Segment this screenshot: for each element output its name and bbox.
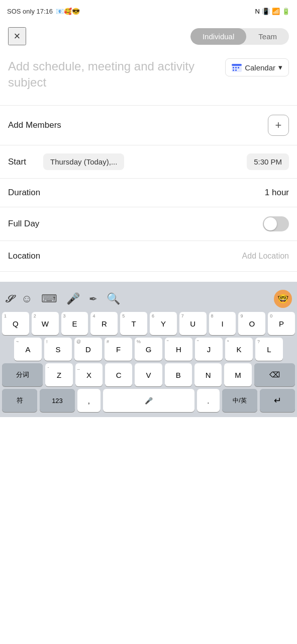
key-Y[interactable]: 6Y — [150, 312, 177, 335]
key-Z[interactable]: -Z — [45, 363, 72, 386]
toolbar-icons: 𝒮 ☺ ⌨ 🎤 ✒ 🔍 ⌄ — [5, 292, 292, 305]
pen-icon[interactable]: ✒ — [89, 293, 97, 305]
key-H[interactable]: "H — [165, 338, 192, 361]
top-bar: × Individual Team — [0, 22, 297, 50]
keyboard-row-1: 1Q 2W 3E 4R 5T 6Y 7U 8I 9O 0P — [0, 312, 297, 335]
individual-toggle[interactable]: Individual — [190, 28, 246, 45]
keyboard-toolbar: 𝒮 ☺ ⌨ 🎤 ✒ 🔍 ⌄ 🤓 — [0, 286, 297, 312]
key-Q[interactable]: 1Q — [2, 312, 29, 335]
spacer — [0, 272, 297, 282]
duration-row: Duration 1 hour — [0, 179, 297, 207]
start-row: Start Thursday (Today),... 5:30 PM — [0, 145, 297, 179]
key-C[interactable]: C — [105, 363, 132, 386]
status-left: SOS only 17:16 📧🥰😎 — [7, 8, 80, 15]
close-button[interactable]: × — [8, 27, 26, 45]
calendar-icon — [232, 63, 242, 72]
calendar-label: Calendar — [245, 63, 275, 72]
key-N[interactable]: N — [194, 363, 222, 386]
svg-rect-3 — [235, 67, 237, 68]
key-A[interactable]: ~A — [14, 338, 42, 361]
subject-input[interactable]: Add schedule, meeting and activity subje… — [8, 58, 225, 91]
start-label: Start — [8, 157, 38, 167]
svg-rect-6 — [235, 69, 237, 71]
key-fenci[interactable]: 分词 — [2, 363, 43, 386]
keyboard-area: 𝒮 ☺ ⌨ 🎤 ✒ 🔍 ⌄ 🤓 1Q 2W 3E 4R 5T 6Y 7U 8 — [0, 282, 297, 417]
key-123[interactable]: 123 — [40, 389, 75, 412]
members-section: Add Members + — [0, 106, 297, 145]
full-day-toggle[interactable] — [263, 216, 289, 231]
key-fu[interactable]: 符 — [2, 389, 37, 412]
key-F[interactable]: #F — [105, 338, 132, 361]
key-P[interactable]: 0P — [268, 312, 295, 335]
svg-rect-5 — [233, 69, 234, 71]
key-S[interactable]: !S — [44, 338, 72, 361]
svg-rect-1 — [232, 64, 242, 66]
key-period[interactable]: . — [197, 389, 220, 412]
vibrate-icon: 📳 — [262, 8, 270, 15]
members-label: Add Members — [8, 120, 61, 130]
start-time-chip[interactable]: 5:30 PM — [247, 153, 289, 170]
swiftkey-icon[interactable]: 𝒮 — [5, 293, 12, 305]
key-R[interactable]: 4R — [90, 312, 118, 335]
duration-label: Duration — [8, 188, 40, 198]
sos-time: SOS only 17:16 — [7, 8, 53, 15]
subject-area: Add schedule, meeting and activity subje… — [0, 50, 297, 106]
key-comma[interactable]: , — [77, 389, 101, 412]
key-M[interactable]: M — [224, 363, 251, 386]
mic-toolbar-icon[interactable]: 🎤 — [66, 292, 80, 305]
key-lang[interactable]: 中/英 — [222, 389, 257, 412]
key-U[interactable]: 7U — [179, 312, 207, 335]
add-members-button[interactable]: + — [268, 115, 289, 136]
team-toggle[interactable]: Team — [246, 28, 289, 45]
keyboard-wrapper: 1Q 2W 3E 4R 5T 6Y 7U 8I 9O 0P ~A !S @D #… — [0, 312, 297, 417]
keyboard-row-2: ~A !S @D #F %G "H "J *K ?L — [0, 338, 297, 361]
delete-key[interactable]: ⌫ — [254, 363, 295, 386]
space-key[interactable]: 🎤 — [103, 389, 194, 412]
full-day-row: Full Day — [0, 207, 297, 241]
key-D[interactable]: @D — [74, 338, 102, 361]
key-O[interactable]: 9O — [238, 312, 265, 335]
key-L[interactable]: ?L — [255, 338, 283, 361]
key-X[interactable]: _X — [75, 363, 103, 386]
key-K[interactable]: *K — [225, 338, 253, 361]
svg-rect-4 — [238, 67, 239, 68]
duration-value[interactable]: 1 hour — [265, 188, 289, 198]
add-location-input[interactable]: Add Location — [242, 252, 289, 261]
key-I[interactable]: 8I — [209, 312, 236, 335]
svg-rect-2 — [233, 67, 234, 68]
location-label: Location — [8, 251, 40, 261]
members-row: Add Members + — [8, 106, 289, 145]
keyboard-icon[interactable]: ⌨ — [41, 292, 57, 305]
individual-team-toggle: Individual Team — [190, 28, 289, 45]
status-emojis: 📧🥰😎 — [56, 8, 80, 15]
start-date-chip[interactable]: Thursday (Today),... — [43, 153, 124, 170]
emoji-toolbar-icon[interactable]: ☺ — [21, 292, 32, 305]
key-B[interactable]: B — [165, 363, 192, 386]
calendar-chevron: ▾ — [278, 63, 282, 72]
keyboard-bottom-row: 符 123 , 🎤 . 中/英 ↵ — [0, 389, 297, 412]
key-E[interactable]: 3E — [61, 312, 88, 335]
status-bar: SOS only 17:16 📧🥰😎 N 📳 📶 🔋 — [0, 0, 297, 22]
key-G[interactable]: %G — [135, 338, 162, 361]
nfc-icon: N — [255, 8, 260, 15]
wifi-icon: 📶 — [272, 8, 280, 15]
key-J[interactable]: "J — [195, 338, 223, 361]
battery-icon: 🔋 — [282, 8, 290, 15]
toolbar-avatar: 🤓 — [274, 290, 292, 308]
key-enter[interactable]: ↵ — [260, 389, 295, 412]
calendar-button[interactable]: Calendar ▾ — [225, 58, 289, 76]
search-toolbar-icon[interactable]: 🔍 — [107, 292, 120, 305]
full-day-label: Full Day — [8, 219, 39, 229]
key-W[interactable]: 2W — [32, 312, 59, 335]
key-T[interactable]: 5T — [120, 312, 147, 335]
status-right: N 📳 📶 🔋 — [255, 8, 290, 15]
key-V[interactable]: V — [135, 363, 162, 386]
location-row: Location Add Location — [0, 241, 297, 272]
keyboard-row-3: 分词 -Z _X C V B N M ⌫ — [0, 363, 297, 386]
